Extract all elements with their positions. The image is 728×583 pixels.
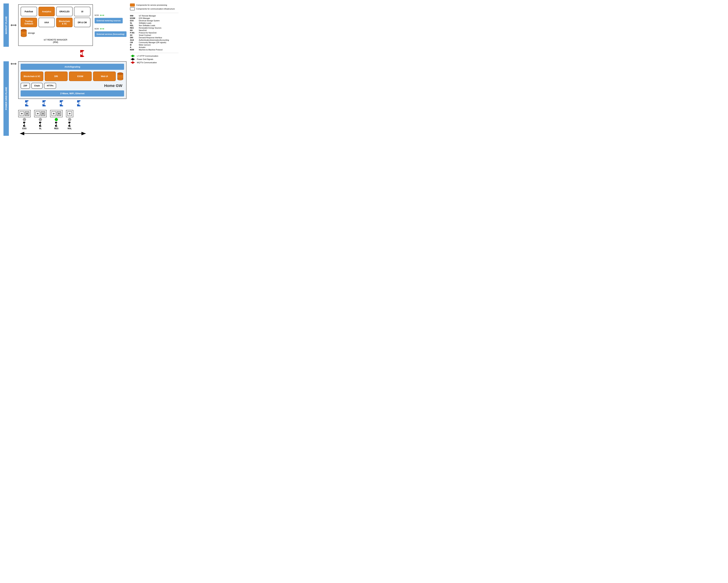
external-metering-box: External metering sources bbox=[95, 18, 123, 23]
aaa-signaling-bar: AAA/Signaling bbox=[21, 64, 124, 70]
svg-point-4 bbox=[21, 35, 27, 37]
blue-arrow-nsl bbox=[72, 100, 86, 107]
ess-circle bbox=[23, 118, 26, 121]
res-circle bbox=[55, 118, 58, 121]
red-arrow-legend-label: MQTTs Communication bbox=[137, 61, 157, 63]
green-arrow-legend-row: L7 HTTP Communication bbox=[130, 55, 179, 57]
abbrev-png-key: P-NG bbox=[130, 32, 138, 34]
abbrev-cm-key: CM bbox=[130, 42, 138, 44]
white-legend-label: Components for communication infrastruct… bbox=[136, 8, 175, 10]
power-grid-plane-wrapper: POWER GRID PLANE ⟺ AAA/Signaling Blockch… bbox=[3, 61, 127, 136]
blue-arrow-sl bbox=[37, 100, 51, 107]
ess-device-col: M A ESS bbox=[18, 110, 31, 130]
m2m-bottom-label: M2M bbox=[95, 28, 99, 30]
res-m-box: M bbox=[51, 111, 56, 116]
abbrev-m2m-key: M2M bbox=[130, 49, 138, 51]
m2m-top-arrow: ⟺ bbox=[100, 14, 104, 17]
iot-box: Pub/Sub Analytics ORACLES UI Trading Sof… bbox=[18, 4, 93, 46]
abbrev-sc-val: Smart Contract bbox=[139, 34, 179, 36]
abbrev-nsl-val: Non Shiftable Loads bbox=[139, 24, 179, 26]
abbrev-png-val: Protocol for NanoGrid bbox=[139, 32, 179, 34]
abbrev-sc-key: SC bbox=[130, 34, 138, 36]
m2m-top-row: M2M ⟺ External metering sources bbox=[95, 14, 123, 23]
abbrev-sl-val: Shiftable Loads bbox=[139, 22, 179, 24]
white-legend-row: Components for communication infrastruct… bbox=[130, 7, 179, 10]
abbrev-ng-key: NG bbox=[130, 29, 138, 31]
abbrev-dri-val: Demand-Response Interface bbox=[139, 36, 179, 38]
oracles-box: ORACLES bbox=[56, 7, 73, 16]
abbrev-a-val: Actuator bbox=[139, 46, 179, 48]
abbrev-ess-val: Electrical Storage System bbox=[139, 20, 179, 22]
aaa-box: AAA bbox=[38, 18, 55, 27]
abbrev-m2m-val: Machine-to-Machine Protocol bbox=[139, 49, 179, 51]
component-grid: Pub/Sub Analytics ORACLES UI Trading Sof… bbox=[21, 7, 90, 27]
nsl-circle bbox=[68, 118, 71, 121]
sl-m-box: M bbox=[35, 111, 40, 116]
black-arrow-legend-label: Power Grid Signals bbox=[137, 58, 153, 60]
orange-components-row: Blockchain & SC DRI ESSM Web UI bbox=[21, 72, 124, 81]
analytics-box: Analytics bbox=[38, 7, 55, 16]
m2m-top-label: M2M bbox=[95, 14, 99, 16]
market-plane-label: MARKET PLANE bbox=[3, 3, 9, 47]
dri-box: DRI bbox=[45, 72, 68, 81]
chain-box: Chain bbox=[31, 83, 43, 89]
res-label: RES bbox=[54, 127, 58, 130]
market-arrow-left: ⟺ bbox=[10, 23, 17, 28]
main-container: MARKET PLANE ⟺ Pub/Sub Analytics ORACLES… bbox=[3, 3, 179, 136]
left-section: MARKET PLANE ⟺ Pub/Sub Analytics ORACLES… bbox=[3, 3, 127, 136]
orange-legend-box bbox=[130, 3, 135, 6]
home-gw-box: AAA/Signaling Blockchain & SC DRI ESSM W… bbox=[18, 61, 127, 99]
orange-legend-row: Components for service provisioning bbox=[130, 3, 179, 6]
blockchain-sc-box: Blockchain & SC bbox=[56, 18, 73, 27]
ess-label: ESS bbox=[22, 127, 27, 130]
devices-row: M A ESS M A bbox=[18, 110, 127, 130]
nsl-label: NSL bbox=[68, 127, 72, 130]
storage-cylinder bbox=[21, 29, 27, 37]
power-grid-plane-label: POWER GRID PLANE bbox=[3, 61, 9, 136]
abbrev-essm-val: ESS Manager bbox=[139, 17, 179, 19]
abbrev-a-key: A bbox=[130, 46, 138, 48]
abbrev-ng-val: NanoGrid bbox=[139, 29, 179, 31]
external-col: M2M ⟺ External metering sources M2M ⟺ Ex… bbox=[95, 14, 127, 37]
home-gw-label: Home GW bbox=[104, 83, 122, 88]
external-services-box: External services (forecasting) bbox=[95, 31, 127, 37]
iot-remote-manager-label: IoT REMOTE MANAGER (IRM) bbox=[21, 38, 90, 44]
power-arrow-left: ⟺ bbox=[10, 61, 17, 66]
essm-box: ESSM bbox=[69, 72, 92, 81]
nsl-device-col: M NSL bbox=[66, 110, 73, 130]
abbrev-aaa-val: AuthenticationAutorizationAccounting bbox=[139, 39, 179, 41]
res-a-box: A bbox=[57, 111, 61, 116]
abbrev-m-val: Meter (sensor) bbox=[139, 44, 179, 46]
abbrev-dri-key: DRI bbox=[130, 36, 138, 38]
zip-box: Z/IP bbox=[21, 83, 30, 89]
sl-circle bbox=[39, 118, 42, 121]
orange-legend-label: Components for service provisioning bbox=[136, 4, 167, 6]
white-legend-box bbox=[130, 7, 135, 10]
ess-a-box: A bbox=[25, 111, 29, 116]
abbrev-cm-val: Community Manager (DR signals) bbox=[139, 42, 179, 44]
ui-box: UI bbox=[74, 7, 90, 16]
sl-label: SL bbox=[39, 127, 42, 130]
m2m-bottom-arrow: ⟺ bbox=[100, 27, 104, 31]
abbrev-m-key: M bbox=[130, 44, 138, 46]
nsl-m-box: M bbox=[68, 111, 72, 116]
storage-label: storage bbox=[28, 32, 35, 34]
dr-cm-box: DR & CM bbox=[74, 18, 90, 27]
https-box: HTTPs bbox=[44, 83, 56, 89]
abbrev-essm-key: ESSM bbox=[130, 17, 138, 19]
sl-device-col: M A SL bbox=[34, 110, 47, 130]
market-plane-wrapper: MARKET PLANE ⟺ Pub/Sub Analytics ORACLES… bbox=[3, 3, 127, 47]
abbrev-res-key: RES bbox=[130, 27, 138, 29]
ess-m-box: M bbox=[20, 111, 24, 116]
abbrev-irm-val: IoT Remote Manager bbox=[139, 15, 179, 17]
abbrev-sl-key: SL bbox=[130, 22, 138, 24]
ess-device-box: M A bbox=[18, 110, 31, 117]
black-arrow-legend-row: Power Grid Signals bbox=[130, 58, 179, 60]
res-device-box: M A bbox=[50, 110, 62, 117]
abbrev-res-val: Renewable Energy Sources bbox=[139, 27, 179, 29]
abbrev-irm-key: IRM bbox=[130, 15, 138, 17]
svg-point-13 bbox=[118, 78, 123, 80]
zwave-bar: Z-Wave, WiFi, Ethernet bbox=[21, 90, 124, 97]
svg-point-5 bbox=[21, 29, 27, 31]
gw-cylinder bbox=[117, 72, 123, 81]
